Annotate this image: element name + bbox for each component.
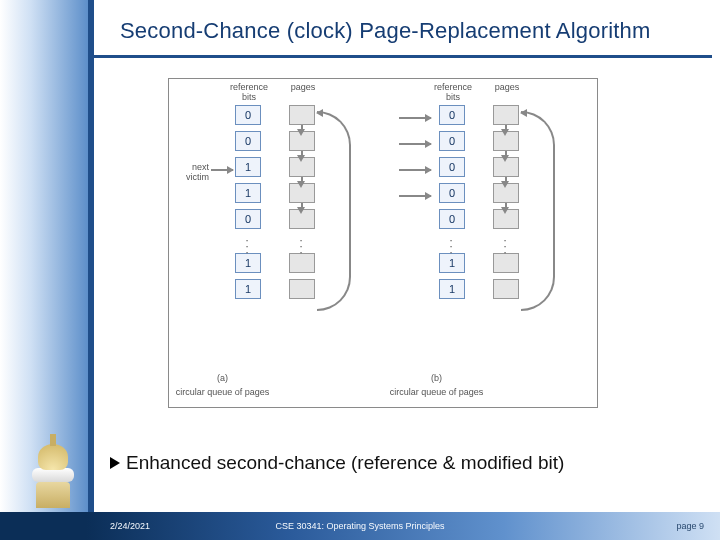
bit-cell: 0 xyxy=(235,105,261,125)
vdots-icon: ··· xyxy=(439,235,465,253)
arrow-down-icon xyxy=(501,155,509,162)
arrow-down-icon xyxy=(501,129,509,136)
bit-cell: 0 xyxy=(439,183,465,203)
title-bar: Second-Chance (clock) Page-Replacement A… xyxy=(94,6,712,58)
bullet-arrow-icon xyxy=(110,457,120,469)
col-header-pages-a: pages xyxy=(281,83,325,93)
arrow-down-icon xyxy=(297,129,305,136)
bullet-line: Enhanced second-chance (reference & modi… xyxy=(110,452,710,474)
bit-cell: 0 xyxy=(439,131,465,151)
bit-cell: 0 xyxy=(235,209,261,229)
footer-page: page 9 xyxy=(676,521,704,531)
slide-title: Second-Chance (clock) Page-Replacement A… xyxy=(120,18,651,44)
bit-cell: 1 xyxy=(235,183,261,203)
bit-cell: 1 xyxy=(439,279,465,299)
col-header-pages-b: pages xyxy=(485,83,529,93)
loop-curve-b xyxy=(521,111,555,311)
diagram-half-b: referencebits pages 0 0 0 0 0 ··· 1 1 xyxy=(383,83,597,403)
footer-course: CSE 30341: Operating Systems Principles xyxy=(275,521,444,531)
sublabel-b: (b) xyxy=(383,373,490,383)
arrow-down-icon xyxy=(297,155,305,162)
col-header-bits-b: referencebits xyxy=(431,83,475,103)
dome-ornament xyxy=(22,434,84,508)
vdots-icon: ··· xyxy=(289,235,315,253)
bit-cell: 0 xyxy=(439,157,465,177)
vdots-icon: ··· xyxy=(235,235,261,253)
bit-cell: 0 xyxy=(439,105,465,125)
bits-queue-b: 0 0 0 0 0 ··· 1 1 xyxy=(439,105,465,305)
page-cell xyxy=(289,105,315,125)
diagram-panel: referencebits pages nextvictim 0 0 1 1 0… xyxy=(168,78,598,408)
arrow-down-icon xyxy=(297,181,305,188)
bit-cell: 0 xyxy=(235,131,261,151)
page-cell xyxy=(493,279,519,299)
footer-bar: 2/24/2021 CSE 30341: Operating Systems P… xyxy=(0,512,720,540)
bit-cell: 1 xyxy=(235,157,261,177)
page-cell xyxy=(493,105,519,125)
pointer-arrow-b2 xyxy=(399,143,431,145)
pointer-arrow-b4 xyxy=(399,195,431,197)
left-accent-edge xyxy=(88,0,94,540)
caption-b: circular queue of pages xyxy=(383,387,490,397)
pointer-arrow-b1 xyxy=(399,117,431,119)
col-header-bits-a: referencebits xyxy=(227,83,271,103)
caption-a: circular queue of pages xyxy=(169,387,276,397)
slide: Second-Chance (clock) Page-Replacement A… xyxy=(0,0,720,540)
page-cell xyxy=(289,279,315,299)
next-victim-arrow xyxy=(211,169,233,171)
loop-curve-a xyxy=(317,111,351,311)
arrow-down-icon xyxy=(501,207,509,214)
vdots-icon: ··· xyxy=(493,235,519,253)
bit-cell: 0 xyxy=(439,209,465,229)
bits-queue-a: 0 0 1 1 0 ··· 1 1 xyxy=(235,105,261,305)
arrow-down-icon xyxy=(501,181,509,188)
footer-date: 2/24/2021 xyxy=(110,521,150,531)
bullet-text: Enhanced second-chance (reference & modi… xyxy=(126,452,564,474)
sublabel-a: (a) xyxy=(169,373,276,383)
diagram-half-a: referencebits pages nextvictim 0 0 1 1 0… xyxy=(169,83,383,403)
next-victim-label: nextvictim xyxy=(173,163,209,183)
bit-cell: 1 xyxy=(235,279,261,299)
arrow-down-icon xyxy=(297,207,305,214)
pointer-arrow-b3 xyxy=(399,169,431,171)
